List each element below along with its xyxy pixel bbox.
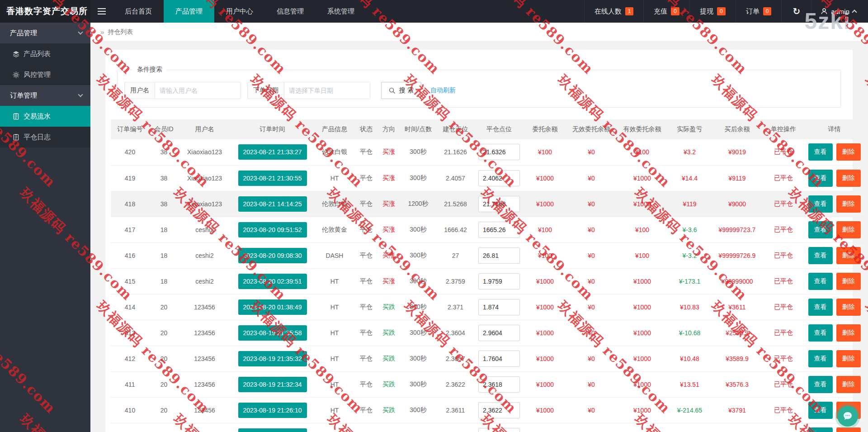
cell-direction: 买跌: [377, 346, 400, 371]
cell-duration: 300秒: [400, 371, 436, 397]
stat-recharge[interactable]: 充值 0: [643, 0, 689, 23]
cell-status: 平仓: [355, 268, 377, 294]
cell-control-status: 已平仓: [763, 165, 804, 191]
sidebar-group-products[interactable]: 产品管理: [0, 23, 90, 43]
view-button[interactable]: 查看: [808, 324, 833, 342]
sidebar-group-orders[interactable]: 订单管理: [0, 85, 90, 106]
cell-product: DASH: [314, 242, 355, 268]
cell-product: 伦敦白银: [314, 191, 355, 217]
close-price-input[interactable]: [478, 170, 520, 186]
cell-control-status: 已平仓: [763, 268, 804, 294]
cell-valid-entrust: ¥1000: [616, 294, 668, 320]
nav-item-info[interactable]: 信息管理: [265, 0, 316, 23]
customer-service-button[interactable]: [837, 406, 858, 427]
breadcrumb: » 持仓列表: [90, 23, 868, 42]
table-row: 416 18 ceshi2 2023-08-20 09:08:30 DASH 平…: [111, 242, 865, 268]
content-card: 条件搜索 用户名 下单日期 搜 索 自动刷新: [105, 50, 853, 432]
cell-control-status: 已平仓: [763, 139, 804, 165]
hamburger-menu-icon[interactable]: [90, 0, 113, 23]
delete-button[interactable]: 删除: [836, 247, 861, 264]
sidebar-item-product-list[interactable]: 产品列表: [0, 43, 90, 64]
view-button[interactable]: 查看: [808, 376, 833, 393]
stat-orders[interactable]: 订单 0: [736, 0, 782, 23]
cell-after-balance: ¥99999726.9: [711, 242, 763, 268]
close-price-input[interactable]: [478, 299, 520, 315]
close-price-input[interactable]: [478, 402, 520, 418]
delete-button[interactable]: 删除: [836, 221, 861, 238]
cell-status: 平仓: [355, 191, 377, 217]
view-button[interactable]: 查看: [808, 143, 833, 161]
cell-order-id: 417: [111, 217, 149, 242]
close-price-input[interactable]: [478, 247, 520, 264]
view-button[interactable]: 查看: [808, 402, 833, 419]
sidebar-item-trade-flow[interactable]: 交易流水: [0, 106, 90, 127]
view-button[interactable]: 查看: [808, 170, 833, 187]
cell-member-id: 20: [149, 294, 179, 320]
delete-button[interactable]: 删除: [836, 376, 861, 393]
cell-status: 平仓: [355, 320, 377, 346]
nav-item-system[interactable]: 系统管理: [316, 0, 366, 23]
refresh-icon[interactable]: ↻: [781, 0, 811, 23]
page-title: 持仓列表: [108, 28, 133, 36]
cell-status: 平仓: [355, 165, 377, 191]
cell-invalid-entrust: ¥0: [566, 165, 616, 191]
order-date-input[interactable]: [284, 82, 370, 99]
cell-profit: ¥-3.6: [668, 217, 711, 242]
cell-after-balance: ¥3576.3: [711, 371, 763, 397]
delete-button[interactable]: 删除: [836, 350, 861, 367]
cell-order-id: 420: [111, 139, 149, 165]
delete-button[interactable]: 删除: [836, 170, 861, 187]
close-price-input[interactable]: [478, 428, 520, 432]
cell-member-id: 38: [149, 165, 179, 191]
delete-button[interactable]: 删除: [836, 299, 861, 316]
nav-item-dashboard[interactable]: 后台首页: [113, 0, 164, 23]
view-button[interactable]: 查看: [808, 427, 833, 432]
cell-direction: 买跌: [377, 320, 400, 346]
view-button[interactable]: 查看: [808, 247, 833, 264]
stat-withdraw[interactable]: 提现 0: [689, 0, 736, 23]
close-price-input[interactable]: [478, 273, 520, 290]
delete-button[interactable]: 删除: [836, 427, 861, 432]
table-row: 419 38 Xiaoxiao123 2023-08-21 21:30:55 H…: [111, 165, 865, 191]
auto-refresh-link[interactable]: 自动刷新: [430, 86, 456, 95]
view-button[interactable]: 查看: [808, 299, 833, 316]
delete-button[interactable]: 删除: [836, 195, 861, 213]
view-button[interactable]: 查看: [808, 195, 833, 213]
cell-open-price: 2.3611: [436, 397, 475, 423]
view-button[interactable]: 查看: [808, 221, 833, 238]
cell-member-id: 20: [149, 371, 179, 397]
close-price-input[interactable]: [478, 376, 520, 393]
cell-direction: 买涨: [377, 242, 400, 268]
delete-button[interactable]: 删除: [836, 143, 861, 161]
search-button[interactable]: 搜 索: [381, 82, 421, 99]
close-price-input[interactable]: [478, 351, 520, 367]
cell-profit: ¥-173.1: [668, 268, 711, 294]
cell-valid-entrust: ¥100: [616, 139, 668, 165]
table-header-row: 订单编号 会员ID 用户名 订单时间 产品信息 状态 方向 时间/点数 建仓点位…: [111, 119, 865, 139]
cell-member-id: 18: [149, 242, 179, 268]
stat-online-users[interactable]: 在线人数 1: [584, 0, 644, 23]
cell-status: 平仓: [355, 217, 377, 242]
sidebar-item-risk-control[interactable]: 风控管理: [0, 64, 90, 85]
cell-member-id: 20: [149, 397, 179, 423]
cell-after-balance: ¥3611: [711, 294, 763, 320]
nav-item-products[interactable]: 产品管理: [164, 0, 214, 23]
view-button[interactable]: 查看: [808, 350, 833, 367]
cell-entrust-balance: ¥1000: [524, 191, 566, 217]
sidebar-item-close-log[interactable]: 平仓日志: [0, 127, 90, 147]
cell-entrust-balance: ¥1000: [524, 397, 566, 423]
close-price-input[interactable]: [478, 196, 520, 212]
cell-valid-entrust: ¥1000: [616, 423, 668, 432]
delete-button[interactable]: 删除: [836, 273, 861, 290]
close-price-input[interactable]: [478, 325, 520, 341]
username-input[interactable]: [155, 82, 241, 99]
view-button[interactable]: 查看: [808, 273, 833, 290]
delete-button[interactable]: 删除: [836, 324, 861, 342]
cell-profit: ¥119: [668, 191, 711, 217]
close-price-input[interactable]: [478, 222, 520, 238]
close-price-input[interactable]: [478, 144, 520, 160]
nav-item-users[interactable]: 用户中心: [214, 0, 265, 23]
user-menu[interactable]: admin: [811, 0, 868, 23]
document-icon: [13, 113, 19, 120]
positions-table: 订单编号 会员ID 用户名 订单时间 产品信息 状态 方向 时间/点数 建仓点位…: [111, 119, 847, 432]
